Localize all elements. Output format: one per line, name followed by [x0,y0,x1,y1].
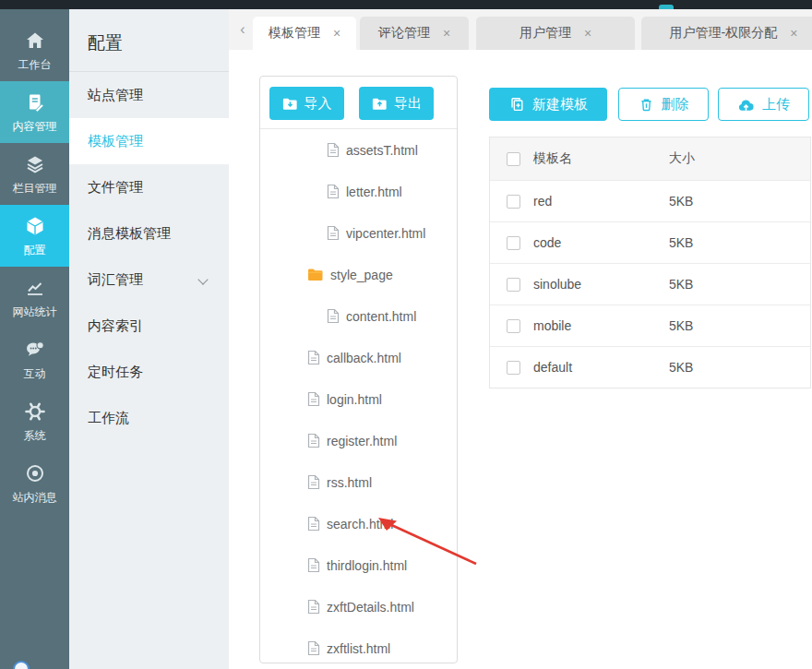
submenu-item-workflow[interactable]: 工作流 [69,395,229,441]
add-file-icon [508,96,525,113]
submenu-item-vocabulary[interactable]: 词汇管理 [69,257,229,303]
file-name: register.html [327,434,397,448]
file-name: search.html [327,517,393,532]
tab-scroll-left-icon[interactable]: ‹ [233,9,253,50]
nav-label: 内容管理 [13,119,57,135]
template-size: 5KB [669,235,810,250]
file-icon [307,433,320,448]
tree-item-search-html[interactable]: search.html [260,503,457,544]
nav-label: 站内消息 [13,490,57,506]
tree-item[interactable]: callback.html [260,337,457,378]
folder-import-icon [282,97,298,111]
tab-bar: ‹ 模板管理 × 评论管理 × 用户管理 × 用户管理-权限分配 × [229,9,812,50]
file-name: thirdlogin.html [327,558,407,573]
tree-item[interactable]: letter.html [260,171,457,212]
tree-item[interactable]: login.html [260,378,457,420]
table-row[interactable]: default 5KB [490,346,810,388]
submenu-title: 配置 [69,9,229,55]
row-checkbox[interactable] [507,319,520,333]
nav-item-columns[interactable]: 栏目管理 [0,143,69,205]
tree-toolbar: 导入 导出 [260,77,457,129]
row-checkbox[interactable] [507,361,520,375]
template-size: 5KB [669,318,810,333]
nav-item-statistics[interactable]: 网站统计 [0,267,69,329]
submenu-item-message-templates[interactable]: 消息模板管理 [69,210,229,257]
file-icon [327,142,340,158]
tree-item[interactable]: content.html [260,295,457,337]
table-header-row: 模板名 大小 [490,137,810,180]
close-icon[interactable]: × [790,27,797,40]
file-icon [307,557,320,573]
submenu-item-scheduled-tasks[interactable]: 定时任务 [69,349,229,395]
main-sidebar: 工作台 内容管理 栏目管理 配置 网站统计 [0,9,69,669]
tab-label: 评论管理 [378,25,430,42]
submenu-item-templates[interactable]: 模板管理 [69,118,229,164]
cloud-upload-icon [737,97,755,113]
row-checkbox[interactable] [507,195,520,209]
new-template-button[interactable]: 新建模板 [489,88,607,121]
tree-item[interactable]: vipcenter.html [260,212,457,254]
table-row[interactable]: red 5KB [490,180,810,221]
template-name: sinolube [533,277,669,292]
table-row[interactable]: code 5KB [490,221,810,263]
file-tree: assetsT.html letter.html vipcenter.html … [260,129,457,663]
close-icon[interactable]: × [443,27,450,40]
delete-button[interactable]: 删除 [618,88,709,121]
nav-label: 互动 [24,366,46,382]
nav-item-content[interactable]: 内容管理 [0,81,69,143]
tab-comment-management[interactable]: 评论管理 × [360,17,469,50]
submenu-label: 定时任务 [88,364,143,379]
close-icon[interactable]: × [333,27,340,40]
message-target-icon [23,461,47,485]
chevron-down-icon [197,274,208,284]
tree-item[interactable]: thirdlogin.html [260,544,457,586]
tree-item-folder[interactable]: style_page [260,254,457,295]
nav-item-messages[interactable]: 站内消息 [0,452,69,514]
tab-user-permission[interactable]: 用户管理-权限分配 × [641,17,812,50]
export-button[interactable]: 导出 [359,87,434,120]
folder-export-icon [372,97,388,111]
import-label: 导入 [304,95,332,113]
top-black-bar [0,0,812,9]
row-checkbox[interactable] [507,278,520,292]
nav-item-system[interactable]: 系统 [0,390,69,452]
upload-button[interactable]: 上传 [718,88,809,121]
nav-label: 工作台 [18,57,52,73]
tree-item[interactable]: zxftDetails.html [260,586,457,627]
file-icon [307,640,320,656]
tab-user-management[interactable]: 用户管理 × [476,17,635,50]
file-icon [327,308,340,324]
submenu-label: 内容索引 [88,317,143,333]
chart-icon [23,276,47,300]
file-name: letter.html [346,185,402,199]
tree-item[interactable]: register.html [260,420,457,461]
nav-item-workbench[interactable]: 工作台 [0,19,69,81]
submenu-item-files[interactable]: 文件管理 [69,164,229,210]
app-window: 工作台 内容管理 栏目管理 配置 网站统计 [0,0,812,669]
nav-item-config[interactable]: 配置 [0,205,69,267]
file-name: content.html [346,309,416,324]
table-row[interactable]: mobile 5KB [490,305,810,346]
template-name: mobile [533,318,669,333]
tab-template-management[interactable]: 模板管理 × [253,17,356,50]
row-checkbox[interactable] [507,236,520,250]
nav-label: 配置 [24,243,46,258]
submenu-item-sites[interactable]: 站点管理 [69,72,229,118]
tree-item[interactable]: zxftlist.html [260,627,457,663]
nav-label: 网站统计 [13,305,57,320]
select-all-checkbox[interactable] [507,152,520,166]
tree-item[interactable]: assetsT.html [260,129,457,171]
submenu-label: 工作流 [88,410,129,425]
table-row[interactable]: sinolube 5KB [490,263,810,305]
template-table: 模板名 大小 red 5KB code 5KB sinolube 5KB mob… [489,137,811,388]
nav-item-interaction[interactable]: 互动 [0,329,69,390]
column-header-name: 模板名 [533,150,669,167]
close-icon[interactable]: × [584,27,591,40]
import-button[interactable]: 导入 [269,87,344,120]
template-name: code [533,235,669,250]
file-icon [307,350,320,365]
tree-item[interactable]: rss.html [260,461,457,503]
submenu-label: 模板管理 [88,133,143,149]
submenu-label: 站点管理 [88,87,143,102]
submenu-item-content-index[interactable]: 内容索引 [69,303,229,349]
